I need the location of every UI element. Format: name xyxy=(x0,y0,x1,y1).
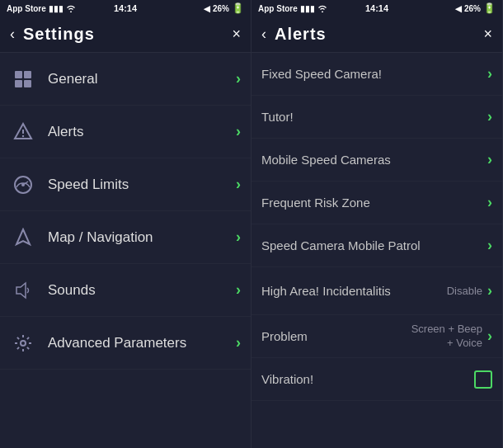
right-status-right: ◀ 26% 🔋 xyxy=(455,2,496,14)
left-status-bar: App Store ▮▮▮ 14:14 ◀ 26% 🔋 xyxy=(0,0,251,17)
chevron-sounds: › xyxy=(236,281,241,299)
alert-label-mobile-speed-cameras: Mobile Speed Cameras xyxy=(261,153,487,167)
chevron-map-navigation: › xyxy=(236,229,241,246)
menu-label-advanced-parameters: Advanced Parameters xyxy=(48,335,236,351)
chevron-speed-limits: › xyxy=(236,176,241,193)
chevron-general: › xyxy=(236,70,241,87)
alert-item-problem[interactable]: Problem Screen + Beep + Voice › xyxy=(252,315,502,358)
chevron-high-area-incidentalitis: › xyxy=(487,282,492,299)
chevron-advanced-parameters: › xyxy=(236,334,241,351)
settings-title: Settings xyxy=(23,25,95,44)
chevron-problem: › xyxy=(487,328,492,345)
menu-label-speed-limits: Speed Limits xyxy=(48,177,236,193)
right-wifi-icon xyxy=(317,4,327,12)
menu-label-map-navigation: Map / Navigation xyxy=(48,229,236,246)
settings-panel: App Store ▮▮▮ 14:14 ◀ 26% 🔋 ‹ Settings × xyxy=(0,0,252,448)
alert-item-mobile-speed-cameras[interactable]: Mobile Speed Cameras › xyxy=(252,139,502,182)
left-status-right: ◀ 26% 🔋 xyxy=(204,2,244,14)
svg-marker-9 xyxy=(16,283,26,298)
alerts-close-button[interactable]: × xyxy=(483,26,492,43)
alert-item-fixed-speed-camera[interactable]: Fixed Speed Camera! › xyxy=(252,53,502,96)
left-battery-pct: 26% xyxy=(213,4,229,13)
right-signal-bars: ▮▮▮ xyxy=(300,4,315,13)
speed-icon xyxy=(10,172,36,198)
alert-label-frequent-risk-zone: Frequent Risk Zone xyxy=(261,196,487,210)
grid-icon xyxy=(10,66,36,92)
alert-value-high-area-incidentalitis: Disable xyxy=(447,285,482,297)
menu-item-sounds[interactable]: Sounds › xyxy=(0,264,251,317)
menu-label-alerts: Alerts xyxy=(48,124,236,140)
settings-header: ‹ Settings × xyxy=(0,17,251,53)
gear-icon xyxy=(10,330,36,356)
alert-label-tutor: Tutor! xyxy=(261,110,487,124)
svg-point-10 xyxy=(21,341,26,346)
chevron-alerts: › xyxy=(236,123,241,140)
nav-icon xyxy=(10,224,36,251)
right-battery-icon: 🔋 xyxy=(483,2,496,14)
settings-back-button[interactable]: ‹ xyxy=(10,26,15,43)
right-status-left: App Store ▮▮▮ xyxy=(258,4,327,13)
settings-close-button[interactable]: × xyxy=(232,26,241,43)
alert-value-problem: Screen + Beep + Voice xyxy=(408,323,482,351)
alert-label-speed-camera-mobile-patrol: Speed Camera Mobile Patrol xyxy=(261,238,487,252)
alert-label-fixed-speed-camera: Fixed Speed Camera! xyxy=(261,67,487,81)
menu-label-sounds: Sounds xyxy=(48,282,236,299)
alert-item-tutor[interactable]: Tutor! › xyxy=(252,96,502,139)
alert-icon xyxy=(10,119,36,145)
right-location-icon: ◀ xyxy=(455,4,462,13)
chevron-frequent-risk-zone: › xyxy=(487,194,492,211)
svg-rect-0 xyxy=(15,71,22,78)
alert-label-high-area-incidentalitis: High Area! Incidentalitis xyxy=(261,283,447,299)
left-app-store: App Store xyxy=(7,4,46,13)
chevron-mobile-speed-cameras: › xyxy=(487,151,492,168)
alerts-panel: App Store ▮▮▮ 14:14 ◀ 26% 🔋 ‹ Alerts × F… xyxy=(252,0,503,448)
right-battery-pct: 26% xyxy=(464,4,481,13)
alerts-title: Alerts xyxy=(275,25,327,44)
menu-item-advanced-parameters[interactable]: Advanced Parameters › xyxy=(0,317,251,370)
menu-item-speed-limits[interactable]: Speed Limits › xyxy=(0,158,251,211)
alert-item-high-area-incidentalitis[interactable]: High Area! Incidentalitis Disable › xyxy=(252,267,502,315)
svg-rect-1 xyxy=(24,71,31,78)
alert-label-problem: Problem xyxy=(261,329,408,343)
left-battery-icon: 🔋 xyxy=(232,2,244,14)
alerts-header: ‹ Alerts × xyxy=(252,17,502,53)
menu-label-general: General xyxy=(48,71,236,87)
alert-item-frequent-risk-zone[interactable]: Frequent Risk Zone › xyxy=(252,182,502,224)
chevron-tutor: › xyxy=(487,108,492,125)
sound-icon xyxy=(10,277,36,304)
settings-menu-list: General › Alerts › xyxy=(0,53,251,370)
menu-item-general[interactable]: General › xyxy=(0,53,251,106)
left-location-icon: ◀ xyxy=(204,4,210,13)
right-time: 14:14 xyxy=(365,3,388,13)
svg-rect-3 xyxy=(24,80,31,87)
right-app-store: App Store xyxy=(258,4,298,13)
left-signal-bars: ▮▮▮ xyxy=(49,4,63,13)
menu-item-map-navigation[interactable]: Map / Navigation › xyxy=(0,211,251,264)
alerts-list: Fixed Speed Camera! › Tutor! › Mobile Sp… xyxy=(252,53,502,401)
alert-item-vibration[interactable]: Vibration! xyxy=(252,358,502,401)
alert-label-vibration: Vibration! xyxy=(261,372,474,386)
svg-rect-2 xyxy=(15,80,22,87)
left-time: 14:14 xyxy=(114,3,137,13)
svg-point-5 xyxy=(22,134,24,136)
right-status-bar: App Store ▮▮▮ 14:14 ◀ 26% 🔋 xyxy=(252,0,502,17)
left-status-left: App Store ▮▮▮ xyxy=(7,4,76,13)
vibration-checkbox[interactable] xyxy=(474,370,492,389)
chevron-speed-camera-mobile-patrol: › xyxy=(487,237,492,254)
alerts-back-button[interactable]: ‹ xyxy=(261,26,266,43)
alert-item-speed-camera-mobile-patrol[interactable]: Speed Camera Mobile Patrol › xyxy=(252,224,502,267)
menu-item-alerts[interactable]: Alerts › xyxy=(0,106,251,158)
chevron-fixed-speed-camera: › xyxy=(487,65,492,83)
left-wifi-icon xyxy=(66,4,76,12)
